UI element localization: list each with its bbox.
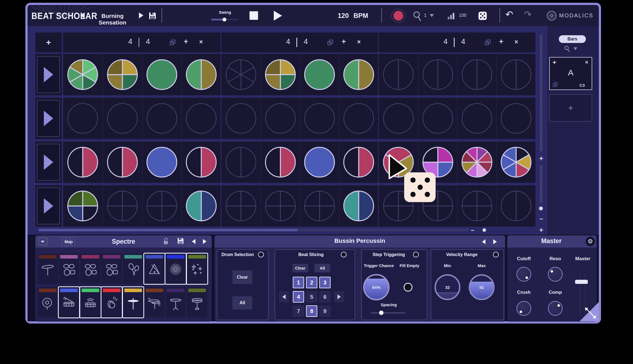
beat-slice[interactable] [122, 75, 137, 89]
song-title[interactable]: Burning Sensation [88, 13, 137, 26]
h-zoom-out-icon[interactable]: − [469, 227, 476, 234]
beat-slice[interactable] [438, 206, 453, 221]
play-button[interactable] [274, 11, 282, 21]
beat-slice[interactable] [280, 147, 295, 177]
bar-add-icon[interactable]: + [184, 37, 188, 46]
beat-slice[interactable] [359, 60, 374, 89]
quantize-value[interactable]: 1 [424, 13, 427, 18]
beat-circle[interactable] [264, 190, 297, 222]
beat-circle[interactable] [225, 102, 257, 135]
settings-gear-button[interactable]: ⚙ [586, 237, 595, 246]
beat-cell[interactable] [261, 98, 300, 139]
record-button[interactable] [393, 11, 403, 21]
beat-circle[interactable] [185, 146, 218, 178]
beat-slice[interactable] [122, 60, 137, 75]
beat-circle[interactable] [146, 146, 178, 178]
beat-cell[interactable] [103, 54, 142, 95]
beat-circle[interactable] [303, 190, 336, 222]
beat-circle[interactable] [185, 190, 218, 222]
beat-slice[interactable] [162, 191, 177, 206]
beat-slice[interactable] [501, 60, 516, 89]
beat-circle[interactable] [303, 146, 336, 178]
knob-reso[interactable] [548, 267, 563, 282]
beat-circle[interactable] [264, 58, 297, 91]
beat-slice[interactable] [344, 191, 359, 221]
drum-pad-kick[interactable] [37, 287, 58, 317]
master-fader-handle[interactable] [575, 280, 588, 284]
beat-circle[interactable] [500, 58, 532, 91]
drum-pad-kit[interactable] [80, 254, 101, 284]
velocity-min-knob[interactable]: 32 [434, 274, 460, 300]
beat-cell[interactable] [418, 54, 457, 95]
beat-cell[interactable] [300, 54, 339, 95]
beat-cell[interactable] [181, 98, 221, 139]
beat-slice[interactable] [462, 191, 477, 206]
beat-slice[interactable] [398, 60, 413, 89]
beat-slice[interactable] [265, 191, 280, 206]
beat-slice[interactable] [501, 191, 516, 221]
beat-slice[interactable] [344, 147, 359, 177]
beat-circle[interactable] [500, 190, 532, 222]
beat-slice[interactable] [423, 60, 438, 89]
beat-circle[interactable] [382, 102, 415, 135]
beat-circle[interactable] [225, 190, 257, 222]
quantize-icon[interactable] [412, 11, 422, 21]
beat-circle[interactable] [106, 146, 139, 178]
song-prev-button[interactable] [80, 12, 85, 18]
beat-cell[interactable] [221, 142, 261, 183]
beat-circle[interactable] [342, 190, 375, 222]
beat-cell[interactable] [457, 142, 496, 183]
beat-circle[interactable] [225, 146, 257, 178]
bpm-value[interactable]: 120 [338, 12, 349, 20]
beat-circle[interactable] [146, 102, 178, 135]
step-triggering-enable-toggle[interactable] [413, 252, 419, 257]
beat-slice[interactable] [226, 206, 241, 221]
time-sig-denominator[interactable]: 4 [300, 37, 311, 46]
beat-cell[interactable] [339, 54, 378, 95]
time-sig-numerator[interactable]: 4 [440, 37, 451, 46]
beat-slicing-all-button[interactable]: All [314, 264, 330, 272]
beat-slice[interactable] [122, 191, 137, 206]
v-zoom-in-icon[interactable]: + [537, 226, 545, 233]
beat-cell[interactable] [379, 54, 418, 95]
beat-cell[interactable] [142, 185, 181, 227]
drum-pad-cymbal[interactable] [37, 254, 58, 284]
add-row-button[interactable]: + [35, 32, 62, 52]
swing-slider[interactable] [211, 19, 238, 20]
h-scroll-thumb[interactable] [39, 229, 298, 231]
beat-cell[interactable] [181, 54, 221, 95]
beat-slice[interactable] [265, 206, 280, 221]
beat-circle[interactable] [303, 102, 336, 135]
beat-slice-number-4[interactable]: 4 [293, 291, 304, 303]
beat-slice-number-6[interactable]: 6 [319, 291, 331, 303]
beat-slice[interactable] [383, 60, 398, 89]
beat-circle[interactable] [106, 102, 139, 135]
beat-cell[interactable] [103, 98, 142, 139]
beat-slice[interactable] [280, 191, 295, 206]
lock-icon[interactable] [163, 237, 169, 245]
time-sig-denominator[interactable]: 4 [143, 37, 154, 46]
beat-slice[interactable] [383, 206, 398, 221]
bars-dropdown-icon[interactable] [573, 47, 577, 50]
beat-slice[interactable] [108, 147, 122, 177]
beat-circle[interactable] [264, 102, 297, 135]
beat-circle[interactable] [422, 58, 454, 91]
beat-circle[interactable] [342, 102, 375, 135]
beat-circle[interactable] [382, 58, 415, 91]
drum-pad-pedal[interactable] [187, 287, 207, 317]
row-play-button[interactable] [37, 188, 60, 224]
beat-cell[interactable] [339, 98, 378, 139]
beat-slice[interactable] [186, 191, 201, 221]
beat-slice[interactable] [462, 206, 477, 221]
beat-cell[interactable] [63, 54, 103, 95]
beat-cell[interactable] [63, 142, 103, 183]
time-sig-denominator[interactable]: 4 [458, 37, 469, 46]
swing-slider-handle[interactable] [222, 18, 226, 21]
v-scroll-track-top[interactable] [540, 35, 542, 151]
drum-pad-epad[interactable] [80, 287, 101, 317]
v-zoom-out-icon[interactable]: − [537, 215, 545, 222]
beat-slice[interactable] [438, 191, 453, 206]
undo-icon[interactable]: ↶ [505, 9, 513, 20]
beat-circle[interactable] [342, 146, 375, 178]
beat-circle[interactable] [303, 58, 336, 91]
